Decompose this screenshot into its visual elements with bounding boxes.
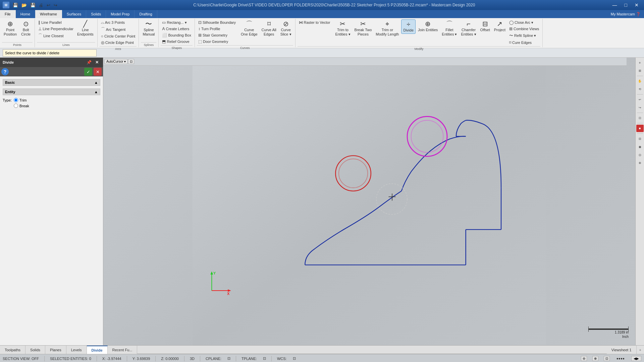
rs-divider-btn[interactable]: ⊟ xyxy=(636,135,644,142)
refit-spline-btn[interactable]: 〜 Refit Spline ▾ xyxy=(508,32,540,39)
window-controls: — □ ✕ xyxy=(610,2,641,8)
trim-radio[interactable] xyxy=(14,98,18,102)
chamfer-entities-btn[interactable]: ⌐ ChamferEntities ▾ xyxy=(459,19,478,38)
tab-recent-fu[interactable]: Recent Fu... xyxy=(108,346,138,354)
autocursor-btn[interactable]: AutoCursor ▾ xyxy=(105,59,127,64)
quick-access-toolbar: 💾 📂 💾 🖨 ↩ ↪ xyxy=(11,2,59,8)
break-radio[interactable] xyxy=(14,104,18,108)
point-position-btn[interactable]: ⊕ PointPosition xyxy=(2,19,18,38)
curve-slice-btn[interactable]: ⊘ CurveSlice ▾ xyxy=(279,19,293,38)
raster-to-vector-btn[interactable]: ⋈ Raster to Vector xyxy=(298,19,332,25)
tab-drafting[interactable]: Drafting xyxy=(135,10,157,18)
cure-edges-btn[interactable]: ⌑ Cure Edges xyxy=(508,40,540,46)
arc-tangent-btn[interactable]: ⌒ Arc Tangent xyxy=(100,26,137,33)
panel-ok-btn[interactable]: ✓ xyxy=(84,68,92,76)
viewsheet-add-btn[interactable]: + xyxy=(637,346,644,354)
panel-help-btn[interactable]: ? xyxy=(1,68,9,75)
drawing-canvas[interactable]: Y X xyxy=(103,66,635,345)
turn-profile-btn[interactable]: ↕ Turn Profile xyxy=(197,26,237,32)
rs-zoom-in-btn[interactable]: + xyxy=(636,59,644,66)
rs-undo-view-btn[interactable]: ↩ xyxy=(636,96,644,103)
tab-solids[interactable]: Solids xyxy=(86,10,106,18)
panel-toggle-btn[interactable]: ◀▶ xyxy=(631,356,641,361)
panel-pin-btn[interactable]: 📌 xyxy=(86,59,92,66)
view-snap-btn[interactable]: ⊡ xyxy=(128,59,134,64)
command-input[interactable] xyxy=(3,49,97,57)
curve-one-edge-icon: ⌒ xyxy=(246,20,253,27)
maximize-btn[interactable]: □ xyxy=(622,2,630,8)
rs-red-btn[interactable]: ■ xyxy=(636,125,644,132)
break-two-pieces-btn[interactable]: ✂ Break TwoPieces xyxy=(353,19,374,38)
rs-extra-btn-2[interactable]: ◎ xyxy=(636,151,644,159)
break-radio-label[interactable]: Break xyxy=(14,104,29,108)
line-closest-btn[interactable]: ⌒ Line Closest xyxy=(37,32,75,39)
tab-file[interactable]: File xyxy=(0,10,16,18)
tab-levels[interactable]: Levels xyxy=(66,346,87,354)
rs-extra-btn-3[interactable]: ⊕ xyxy=(636,159,644,167)
panel-close-btn[interactable]: ✕ xyxy=(94,59,100,66)
rs-perspective-btn[interactable]: ⊡ xyxy=(636,114,644,122)
project-btn[interactable]: ↗ Project xyxy=(492,19,507,33)
stair-geometry-btn[interactable]: ⊞ Stair Geometry xyxy=(197,32,237,38)
panel-cancel-btn[interactable]: ✕ xyxy=(94,68,102,76)
redo-btn[interactable]: ↪ xyxy=(52,2,59,8)
door-geometry-btn[interactable]: ⬚ Door Geometry xyxy=(197,39,237,45)
arc-3points-btn[interactable]: ⌓ Arc 3 Points xyxy=(100,19,137,25)
zoom-minus-btn[interactable]: ⊖ xyxy=(581,356,587,361)
silhouette-boundary-btn[interactable]: ⊡ Silhouette Boundary xyxy=(197,19,237,25)
undo-btn[interactable]: ↩ xyxy=(45,2,52,8)
line-endpoints-btn[interactable]: ╱ LineEndpoints xyxy=(75,19,95,38)
canvas-area[interactable]: AutoCursor ▾ ⊡ xyxy=(103,58,635,345)
rs-rotate-btn[interactable]: ⟲ xyxy=(636,85,644,93)
save-as-btn[interactable]: 💾 xyxy=(29,2,37,8)
svg-rect-0 xyxy=(193,66,546,345)
scale-bar: 1.3189 in Inch xyxy=(588,328,629,339)
fillet-entities-btn[interactable]: ⌒ FilletEntities ▾ xyxy=(440,19,459,38)
tab-planes[interactable]: Planes xyxy=(45,346,66,354)
zoom-fit-status-btn[interactable]: ⊡ xyxy=(604,356,610,361)
tab-home[interactable]: Home xyxy=(16,10,35,18)
offset-btn[interactable]: ⊟ Offset xyxy=(479,19,492,33)
rectangle-btn[interactable]: ▭ Rectang... ▾ xyxy=(161,19,193,25)
rs-pan-btn[interactable]: ✋ xyxy=(636,77,644,85)
relief-groove-btn[interactable]: ⬒ Relief Groove xyxy=(161,39,193,45)
trim-modify-length-btn[interactable]: ⌖ Trim orModify Length xyxy=(374,19,400,38)
zoom-plus-btn[interactable]: ⊕ xyxy=(592,356,598,361)
circle-center-point-btn[interactable]: ○ Circle Center Point xyxy=(100,33,137,39)
tab-surfaces[interactable]: Surfaces xyxy=(62,10,86,18)
tab-wireframe[interactable]: Wireframe xyxy=(35,10,62,18)
rs-redo-view-btn[interactable]: ↪ xyxy=(636,104,644,111)
trim-radio-label[interactable]: Trim xyxy=(14,98,27,102)
curve-one-edge-btn[interactable]: ⌒ CurveOne Edge xyxy=(239,19,259,38)
open-btn[interactable]: 📂 xyxy=(20,2,28,8)
combine-views-btn[interactable]: ⊞ Combine Views xyxy=(508,26,540,32)
divide-btn[interactable]: ÷ Divide xyxy=(401,19,416,34)
rs-extra-btn-1[interactable]: ◉ xyxy=(636,143,644,150)
print-btn[interactable]: 🖨 xyxy=(38,2,45,8)
circle-edge-point-btn[interactable]: ◎ Circle Edge Point xyxy=(100,40,137,46)
close-btn[interactable]: ✕ xyxy=(632,2,641,8)
tab-model-prep[interactable]: Model Prep xyxy=(106,10,135,18)
entity-header[interactable]: Entity ▲ xyxy=(3,88,100,95)
bolt-circle-btn[interactable]: ⊙ BoltCircle xyxy=(19,19,33,38)
tab-solids[interactable]: Solids xyxy=(25,346,45,354)
my-mastercam[interactable]: My Mastercam ❓ xyxy=(607,10,644,18)
viewsheet-1-tab[interactable]: Viewsheet 1 xyxy=(607,346,637,354)
tab-divide[interactable]: Divide xyxy=(87,346,108,354)
line-parallel-btn[interactable]: ∥ Line Parallel xyxy=(37,19,75,25)
minimize-btn[interactable]: — xyxy=(610,2,620,8)
line-perpendicular-btn[interactable]: ⊥ Line Perpendicular xyxy=(37,26,75,32)
scale-rule xyxy=(588,328,629,330)
curve-all-edges-btn[interactable]: ⌑ Curve AllEdges xyxy=(260,19,278,38)
trim-entities-btn[interactable]: ✂ Trim toEntities ▾ xyxy=(333,19,352,38)
rs-zoom-fit-btn[interactable]: ⊞ xyxy=(636,67,644,74)
spline-manual-btn[interactable]: 〜 SplineManual xyxy=(141,19,156,38)
join-entities-btn[interactable]: ⊕ Join Entities xyxy=(416,19,439,33)
create-letters-btn[interactable]: A Create Letters xyxy=(161,26,193,32)
close-arc-btn[interactable]: ◯ Close Arc ▾ xyxy=(508,19,540,25)
panel-section-basic[interactable]: Basic ▲ xyxy=(3,79,100,86)
save-btn[interactable]: 💾 xyxy=(11,2,19,8)
trim-label: Trim xyxy=(19,98,27,102)
tab-toolpaths[interactable]: Toolpaths xyxy=(0,346,25,354)
bounding-box-btn[interactable]: ⬜ Bounding Box xyxy=(161,32,193,38)
